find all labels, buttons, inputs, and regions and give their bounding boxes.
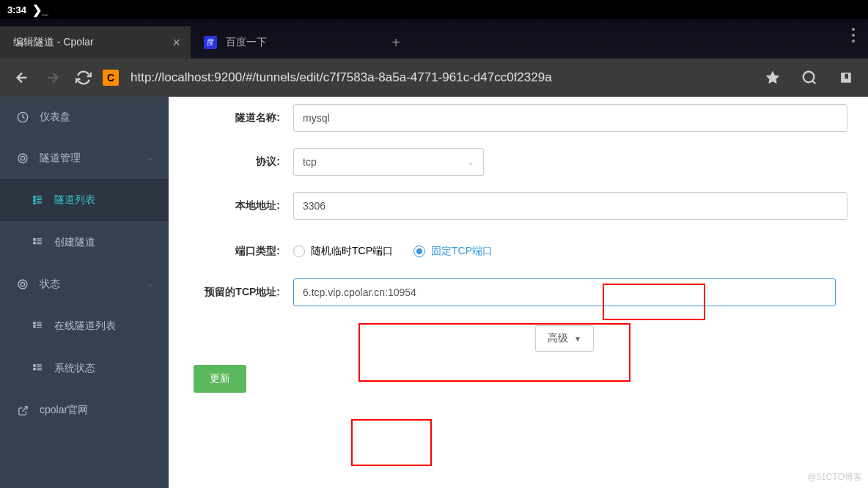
dashboard-icon: [15, 111, 31, 123]
svg-rect-27: [37, 364, 42, 365]
caret-down-icon: ▼: [574, 335, 581, 343]
site-badge: C: [103, 70, 119, 86]
grid-icon: [29, 237, 45, 248]
sidebar-label: 系统状态: [54, 362, 95, 375]
svg-point-3: [21, 156, 24, 160]
svg-rect-12: [33, 238, 36, 241]
svg-rect-26: [33, 364, 36, 367]
chevron-down-icon: ⌄: [467, 157, 474, 167]
tunnel-name-input[interactable]: [293, 104, 847, 132]
svg-rect-31: [37, 369, 42, 370]
sidebar-item-status[interactable]: 状态 ︿: [0, 264, 169, 305]
baidu-favicon: 度: [204, 36, 217, 49]
protocol-select[interactable]: tcp ⌄: [293, 148, 484, 176]
label-port-type: 端口类型:: [176, 245, 293, 258]
sidebar-label: 状态: [40, 278, 60, 291]
sidebar-label: cpolar官网: [40, 404, 88, 417]
svg-point-18: [18, 280, 27, 289]
chevron-up-icon: ︿: [147, 153, 154, 163]
chevron-up-icon: ︿: [147, 279, 154, 289]
target-icon: [15, 278, 31, 290]
svg-rect-11: [37, 203, 42, 204]
android-status-bar: 3:34 ❯_: [0, 0, 868, 19]
watermark: @51CTO博客: [807, 471, 862, 484]
tab-title: 编辑隧道 - Cpolar: [13, 36, 94, 49]
terminal-prompt-icon: ❯_: [32, 3, 48, 17]
svg-rect-23: [33, 325, 36, 328]
svg-rect-28: [37, 366, 42, 367]
content-area: 仪表盘 隧道管理 ︿ 隧道列表 创建隧道 状态 ︿ 在线隧道列表 系统状态: [0, 97, 868, 488]
svg-rect-8: [37, 199, 42, 200]
select-value: tcp: [303, 156, 317, 168]
sidebar-label: 隧道管理: [40, 152, 81, 165]
tab-baidu[interactable]: 度 百度一下 +: [191, 26, 411, 59]
svg-rect-10: [33, 203, 36, 204]
svg-rect-25: [37, 327, 42, 328]
sidebar: 仪表盘 隧道管理 ︿ 隧道列表 创建隧道 状态 ︿ 在线隧道列表 系统状态: [0, 97, 169, 488]
svg-rect-13: [37, 238, 42, 239]
bookmark-icon[interactable]: [834, 66, 858, 89]
browser-menu-icon[interactable]: [852, 28, 855, 42]
target-icon: [15, 152, 31, 164]
sidebar-label: 在线隧道列表: [54, 319, 116, 333]
clock: 3:34: [7, 4, 26, 15]
tab-title: 百度一下: [226, 36, 267, 49]
sidebar-item-dashboard[interactable]: 仪表盘: [0, 97, 169, 138]
grid-icon: [29, 363, 45, 374]
sidebar-item-system-status[interactable]: 系统状态: [0, 347, 169, 390]
svg-rect-15: [33, 242, 36, 245]
reserved-tcp-input[interactable]: [293, 278, 836, 306]
external-link-icon: [15, 405, 31, 416]
sidebar-label: 仪表盘: [40, 111, 70, 124]
sidebar-item-online-tunnels[interactable]: 在线隧道列表: [0, 305, 169, 347]
svg-rect-16: [37, 242, 42, 243]
tab-cpolar[interactable]: 编辑隧道 - Cpolar ×: [0, 26, 191, 59]
update-button[interactable]: 更新: [194, 365, 246, 393]
reload-icon[interactable]: [72, 66, 95, 89]
label-reserved-tcp: 预留的TCP地址:: [176, 286, 293, 299]
sidebar-item-tunnel-list[interactable]: 隧道列表: [0, 179, 169, 221]
svg-point-19: [21, 282, 24, 286]
label-tunnel-name: 隧道名称:: [176, 111, 293, 125]
radio-icon: [293, 245, 305, 257]
label-local-addr: 本地地址:: [176, 199, 293, 212]
grid-icon: [29, 321, 45, 331]
sidebar-item-create-tunnel[interactable]: 创建隧道: [0, 221, 169, 264]
advanced-label: 高级: [548, 332, 568, 345]
radio-fixed-port[interactable]: 固定TCP端口: [413, 245, 493, 258]
main-panel: 隧道名称: 协议: tcp ⌄ 本地地址: 端口类型: 随机临时TCP端口: [169, 97, 868, 488]
sidebar-label: 隧道列表: [54, 193, 95, 207]
svg-rect-22: [37, 324, 42, 325]
star-icon[interactable]: [761, 66, 784, 89]
browser-tabs-bar: 编辑隧道 - Cpolar × 度 百度一下 +: [0, 19, 868, 59]
new-tab-icon[interactable]: +: [391, 34, 400, 51]
search-icon[interactable]: [798, 66, 821, 89]
url-input[interactable]: http://localhost:9200/#/tunnels/edit/c7f…: [130, 70, 754, 85]
svg-point-2: [18, 154, 27, 163]
close-icon[interactable]: ×: [172, 35, 180, 51]
svg-rect-24: [37, 325, 42, 326]
advanced-button[interactable]: 高级 ▼: [535, 325, 594, 352]
radio-icon: [413, 245, 425, 257]
highlight-box: [351, 419, 432, 466]
sidebar-item-official[interactable]: cpolar官网: [0, 390, 169, 431]
svg-rect-14: [37, 240, 42, 241]
svg-rect-20: [33, 322, 36, 325]
back-icon[interactable]: [10, 66, 34, 89]
radio-label: 随机临时TCP端口: [311, 245, 393, 258]
svg-rect-9: [37, 201, 42, 202]
sidebar-item-tunnel-mgmt[interactable]: 隧道管理 ︿: [0, 138, 169, 179]
svg-point-0: [803, 72, 814, 83]
svg-rect-6: [37, 198, 42, 199]
radio-label: 固定TCP端口: [431, 245, 493, 258]
url-bar: C http://localhost:9200/#/tunnels/edit/c…: [0, 59, 868, 97]
svg-rect-5: [37, 196, 42, 196]
local-addr-input[interactable]: [293, 192, 847, 220]
forward-icon[interactable]: [41, 66, 65, 89]
svg-rect-4: [33, 196, 36, 199]
svg-rect-17: [37, 243, 42, 244]
radio-random-port[interactable]: 随机临时TCP端口: [293, 245, 393, 258]
svg-rect-29: [33, 368, 36, 371]
grid-icon: [29, 195, 45, 205]
svg-rect-21: [37, 322, 42, 322]
